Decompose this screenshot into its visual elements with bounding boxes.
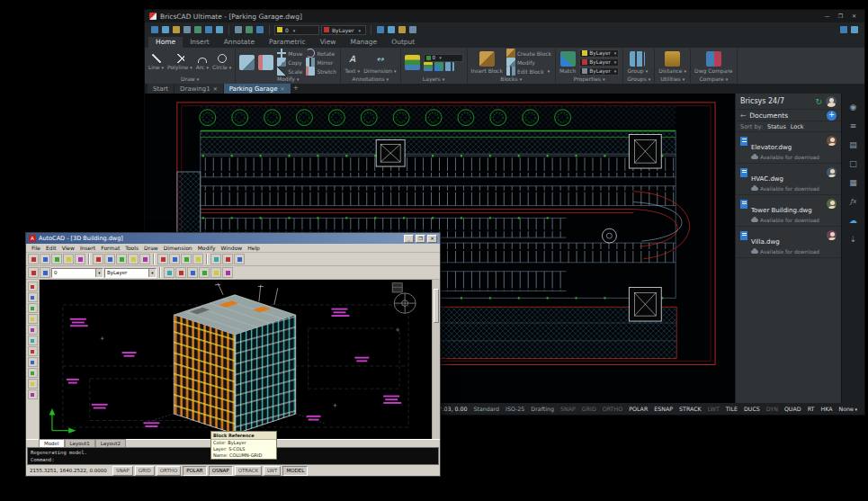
print-icon[interactable] xyxy=(183,25,192,34)
toggle-strack[interactable]: STRACK xyxy=(679,406,702,412)
match-properties-tool[interactable]: Match xyxy=(559,51,576,74)
current-style[interactable]: Standard xyxy=(473,406,499,412)
edit-block-tool[interactable]: Edit Block xyxy=(506,67,551,76)
rotate-tool[interactable]: Rotate xyxy=(306,49,336,58)
menu-format[interactable]: Format xyxy=(98,245,122,251)
menu-dimension[interactable]: Dimension xyxy=(161,245,195,251)
toggle-tile[interactable]: TILE xyxy=(726,406,738,412)
sort-status-option[interactable]: Status xyxy=(767,123,786,130)
render-icon[interactable] xyxy=(387,25,396,34)
distance-tool[interactable]: Distance xyxy=(658,51,686,74)
toggle-grid[interactable]: GRID xyxy=(135,466,155,476)
maximize-button[interactable]: ❐ xyxy=(416,235,425,243)
plotstyle-icon[interactable] xyxy=(187,267,198,278)
layers-icon[interactable] xyxy=(405,55,420,70)
user-avatar[interactable] xyxy=(826,96,837,107)
minimize-button[interactable]: _ xyxy=(404,235,414,243)
layers-panel-icon[interactable] xyxy=(846,139,861,150)
toggle-quad[interactable]: QUAD xyxy=(784,406,801,412)
workspace-icon[interactable] xyxy=(376,25,385,34)
tab-parametric[interactable]: Parametric xyxy=(262,37,313,48)
toggle-lwt[interactable]: LWT xyxy=(708,406,720,412)
tools-icon[interactable] xyxy=(408,25,417,34)
toggle-rt[interactable]: RT xyxy=(808,406,815,412)
toggle-snap[interactable]: SNAP xyxy=(112,466,133,476)
move-tool[interactable]: Move xyxy=(277,49,302,58)
polyline-tool[interactable]: Polyline xyxy=(167,54,192,70)
tips-panel-icon[interactable] xyxy=(846,101,861,112)
new-file-icon[interactable] xyxy=(28,254,39,264)
current-workspace[interactable]: Drafting xyxy=(531,406,554,412)
modify-block-tool[interactable]: Modify xyxy=(506,58,551,67)
toggle-polar[interactable]: POLAR xyxy=(629,406,648,412)
bricsys-247-panel-icon[interactable] xyxy=(846,214,861,226)
toggle-dyn[interactable]: DYN xyxy=(766,406,778,412)
zoom-previous-icon[interactable] xyxy=(192,254,203,264)
color-bylayer-combo[interactable]: ByLayer xyxy=(579,49,619,58)
close-tab-icon[interactable]: ✕ xyxy=(281,85,285,92)
zoom-window-icon[interactable] xyxy=(181,254,192,264)
document-list-item[interactable]: Elevator.dwg Available for download xyxy=(736,132,841,164)
doc-tab-parking-garage[interactable]: Parking Garage✕ xyxy=(224,84,291,94)
layout1-tab[interactable]: Layout1 xyxy=(65,439,95,447)
color-combo[interactable]: ByLayer xyxy=(321,25,366,35)
new-tab-button[interactable] xyxy=(291,84,301,94)
toggle-hka[interactable]: HKA xyxy=(820,406,832,412)
menu-edit[interactable]: Edit xyxy=(43,245,59,251)
copy-guided-icon[interactable] xyxy=(239,55,255,70)
block-icon[interactable] xyxy=(28,357,38,367)
layer-combo[interactable]: 0 xyxy=(51,268,103,278)
preview-icon[interactable] xyxy=(75,254,85,264)
back-icon[interactable]: ← xyxy=(740,112,746,120)
menu-insert[interactable]: Insert xyxy=(77,245,98,251)
layer-previous-icon[interactable] xyxy=(40,267,50,278)
close-button[interactable]: ✕ xyxy=(848,12,860,21)
menu-file[interactable]: File xyxy=(29,245,43,251)
menu-help[interactable]: Help xyxy=(245,245,263,251)
linetype-bylayer-combo[interactable]: ByLayer xyxy=(579,58,619,67)
designcenter-icon[interactable] xyxy=(222,254,233,264)
undo-icon[interactable] xyxy=(128,254,139,264)
layer-on-icon[interactable] xyxy=(424,62,433,71)
attachments-panel-icon[interactable] xyxy=(846,176,861,188)
toggle-lwt[interactable]: LWT xyxy=(264,466,281,476)
toggle-ortho[interactable]: ORTHO xyxy=(603,406,622,412)
move-icon[interactable] xyxy=(28,379,38,389)
menu-draw[interactable]: Draw xyxy=(141,245,161,251)
toggle-otrack[interactable]: OTRACK xyxy=(235,466,262,476)
preview-icon[interactable] xyxy=(193,25,202,34)
dimension-tool[interactable]: Dimension xyxy=(363,51,396,74)
minimize-button[interactable]: — xyxy=(821,12,833,21)
toggle-ducs[interactable]: DUCS xyxy=(744,406,760,412)
current-dimstyle[interactable]: ISO-25 xyxy=(506,406,524,412)
tab-insert[interactable]: Insert xyxy=(183,37,217,48)
circle-tool[interactable]: Circle xyxy=(212,54,231,70)
model-viewport[interactable] xyxy=(40,280,432,439)
search-icon[interactable] xyxy=(839,25,848,34)
titlebar[interactable]: BricsCAD Ultimate - [Parking Garage.dwg]… xyxy=(145,10,864,22)
lineweight-icon[interactable] xyxy=(175,267,186,278)
help-icon[interactable] xyxy=(234,254,245,264)
dwg-compare-tool[interactable]: Dwg Compare xyxy=(694,51,732,74)
toggle-snap[interactable]: SNAP xyxy=(560,406,576,412)
fields-panel-icon[interactable] xyxy=(846,195,861,207)
vertical-scrollbar[interactable] xyxy=(432,280,440,439)
lineweight-bylayer-combo[interactable]: ByLayer xyxy=(579,67,619,76)
mirror-tool[interactable]: Mirror xyxy=(306,58,336,67)
close-button[interactable]: ✕ xyxy=(427,235,437,243)
redo-icon[interactable] xyxy=(139,254,150,264)
toggle-grid[interactable]: GRID xyxy=(582,406,596,412)
menu-modify[interactable]: Modify xyxy=(195,245,219,251)
zoom-icon[interactable] xyxy=(169,254,180,264)
arc-icon[interactable] xyxy=(28,314,38,324)
linetype-icon[interactable] xyxy=(164,267,174,278)
layout2-tab[interactable]: Layout2 xyxy=(95,439,126,447)
properties-panel-icon[interactable] xyxy=(846,120,861,131)
redo-icon[interactable] xyxy=(215,25,224,34)
line-tool[interactable]: Line xyxy=(148,54,164,70)
add-document-button[interactable] xyxy=(827,111,837,121)
layer-lock-icon[interactable] xyxy=(445,62,454,71)
cut-icon[interactable] xyxy=(93,254,103,264)
mirror-icon[interactable] xyxy=(28,389,38,399)
copy-tool[interactable]: Copy xyxy=(277,58,302,67)
